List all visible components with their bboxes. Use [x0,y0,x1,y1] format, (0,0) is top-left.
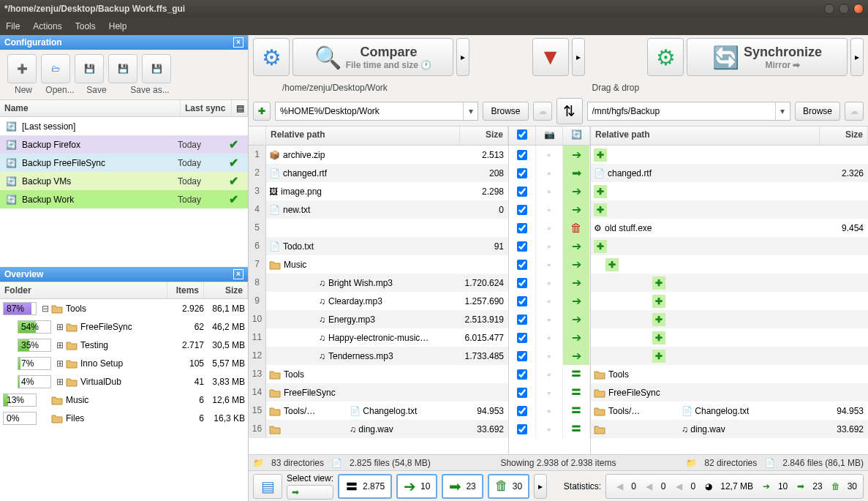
right-col-size[interactable]: Size [820,127,868,145]
config-row[interactable]: 🔄 Backup Work Today ✔ [0,190,248,208]
col-folder[interactable]: Folder [0,282,167,298]
include-checkbox[interactable] [509,310,536,328]
select-all-checkbox[interactable] [517,129,527,140]
middle-grid-body[interactable]: ▫ ➔ ▫ ➡ ▫ ➔ ▫ ➔ ▫ 🗑 ▫ ➔ ▫ ➔ ▫ ➔ ▫ ➔ ▫ ➔ … [509,146,590,438]
left-col-relpath[interactable]: Relative path [266,127,460,145]
file-row[interactable]: 14 FreeFileSync [249,383,508,402]
mid-row[interactable]: ▫ ➔ [509,237,590,255]
view-list-button[interactable]: ▤ [253,474,282,499]
action-cell[interactable]: ➔ [563,237,590,255]
file-row[interactable]: ✚ [591,182,868,200]
overview-row[interactable]: 54% ⊞ FreeFileSync 62 46,2 MB [0,317,248,336]
maximize-button[interactable] [839,4,849,14]
view-add-button[interactable]: ➔10 [396,474,437,499]
file-row[interactable]: ✚ [591,328,868,347]
action-cell[interactable]: ➔ [563,347,590,365]
config-row[interactable]: 🔄 Backup VMs Today ✔ [0,172,248,190]
include-checkbox[interactable] [509,365,536,383]
saveas-batch-button[interactable]: 💾 [142,54,171,83]
file-row[interactable]: 16♫ ding.wav33.692 [249,420,508,438]
file-row[interactable]: FreeFileSync [591,383,868,402]
action-cell[interactable]: ➔ [563,292,590,310]
include-checkbox[interactable] [509,402,536,420]
mid-row[interactable]: ▫ 〓 [509,402,590,420]
include-checkbox[interactable] [509,274,536,292]
file-row[interactable]: 📄 changed.rtf2.326 [591,164,868,182]
file-row[interactable]: 9♫ Clearday.mp31.257.690 [249,292,508,310]
expand-toggle[interactable]: ⊞ [54,322,66,332]
configuration-close-icon[interactable]: × [233,37,244,48]
close-button[interactable] [853,4,864,14]
action-cell[interactable]: ➔ [563,146,590,164]
mid-row[interactable]: ▫ ➔ [509,292,590,310]
category-icon[interactable]: 📷 [536,127,563,145]
overview-close-icon[interactable]: × [233,269,244,279]
file-row[interactable]: 5 [249,219,508,237]
file-row[interactable]: ✚ [591,255,868,274]
menu-file[interactable]: File [6,21,20,31]
config-row[interactable]: 🔄 Backup FreeFileSync Today ✔ [0,154,248,172]
action-cell[interactable]: ➔ [563,200,590,219]
col-lastsync[interactable]: Last sync [181,100,232,116]
menu-actions[interactable]: Actions [33,21,61,31]
action-cell[interactable]: 〓 [563,383,590,402]
col-name[interactable]: Name [0,100,181,116]
left-col-size[interactable]: Size [460,127,508,145]
left-browse-button[interactable]: Browse [483,102,528,121]
file-row[interactable]: 1📦 archive.zip2.513 [249,146,508,164]
action-cell[interactable]: ➔ [563,255,590,274]
sync-settings-button[interactable]: ⚙ [647,38,684,76]
col-items[interactable]: Items [167,282,204,298]
mid-row[interactable]: ▫ ➔ [509,310,590,328]
col-size[interactable]: Size [204,282,248,298]
file-row[interactable]: Tools/…📄 Changelog.txt94.953 [591,402,868,420]
filter-button[interactable]: ▼ [532,38,569,76]
include-checkbox[interactable] [509,146,536,164]
synchronize-button[interactable]: 🔄 Synchronize Mirror ➡ [687,38,848,76]
right-path-input[interactable] [588,102,775,120]
action-cell[interactable]: ➡ [563,164,590,182]
expand-toggle[interactable]: ⊟ [39,304,51,314]
mid-row[interactable]: ▫ ➔ [509,200,590,219]
file-row[interactable]: ✚ [591,292,868,310]
expand-toggle[interactable]: ⊞ [54,377,66,387]
overview-row[interactable]: 87% ⊟ Tools 2.926 86,1 MB [0,299,248,317]
filter-dropdown[interactable]: ▸ [572,38,585,76]
view-action-button[interactable]: ➡ [287,485,333,500]
include-checkbox[interactable] [509,420,536,438]
compare-button[interactable]: 🔍 Compare File time and size 🕐 [293,38,453,76]
include-checkbox[interactable] [509,347,536,365]
include-checkbox[interactable] [509,200,536,219]
mid-row[interactable]: ▫ ➔ [509,182,590,200]
minimize-button[interactable] [824,4,834,14]
left-grid-body[interactable]: 1📦 archive.zip2.5132📄 changed.rtf2083🖼 i… [249,146,508,438]
config-row[interactable]: 🔄 Backup Firefox Today ✔ [0,135,248,154]
open-button[interactable]: 🗁 [41,54,70,83]
mid-row[interactable]: ▫ ➔ [509,274,590,292]
action-cell[interactable]: 〓 [563,402,590,420]
file-row[interactable]: ✚ [591,310,868,328]
expand-toggle[interactable]: ⊞ [54,358,66,369]
view-more-button[interactable]: ▸ [534,474,547,499]
file-row[interactable]: ✚ [591,237,868,255]
action-cell[interactable]: ➔ [563,310,590,328]
include-checkbox[interactable] [509,383,536,402]
right-grid-body[interactable]: ✚📄 changed.rtf2.326✚✚⚙ old stuff.exe9.45… [591,146,868,438]
file-row[interactable]: ⚙ old stuff.exe9.454 [591,219,868,237]
action-cell[interactable]: 〓 [563,365,590,383]
file-row[interactable]: Tools [591,365,868,383]
compare-settings-button[interactable]: ⚙ [253,38,290,76]
file-row[interactable]: ✚ [591,347,868,365]
sync-dropdown[interactable]: ▸ [850,38,864,76]
file-row[interactable]: 13 Tools [249,365,508,383]
menu-tools[interactable]: Tools [75,21,96,31]
include-checkbox[interactable] [509,219,536,237]
add-pair-button[interactable]: ✚ [253,102,271,121]
file-row[interactable]: 10♫ Energy.mp32.513.919 [249,310,508,328]
mid-row[interactable]: ▫ 〓 [509,365,590,383]
mid-row[interactable]: ▫ 🗑 [509,219,590,237]
view-update-button[interactable]: ➡23 [442,474,483,499]
include-checkbox[interactable] [509,255,536,274]
file-row[interactable]: 12♫ Tenderness.mp31.733.485 [249,347,508,365]
overview-row[interactable]: 7% ⊞ Inno Setup 105 5,57 MB [0,354,248,372]
